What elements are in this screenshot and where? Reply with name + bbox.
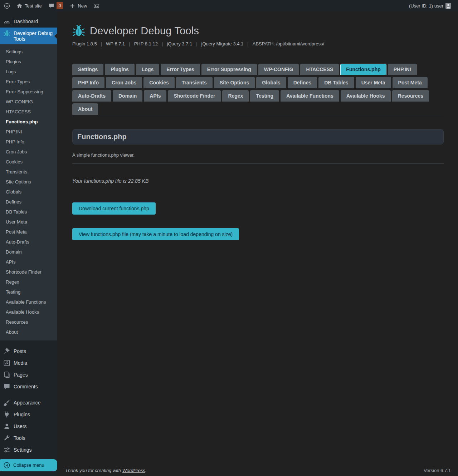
tab-db-tables[interactable]: DB Tables bbox=[318, 77, 354, 88]
sidebar-item-plugins[interactable]: Plugins bbox=[0, 409, 57, 421]
sidebar-subitem-apis[interactable]: APIs bbox=[0, 257, 57, 267]
sidebar-subitem-defines[interactable]: Defines bbox=[0, 197, 57, 207]
account-menu[interactable]: (User ID: 1) user bbox=[406, 0, 454, 11]
sidebar-subitem-db-tables[interactable]: DB Tables bbox=[0, 207, 57, 217]
footer-version: Version 6.7.1 bbox=[424, 468, 451, 473]
tab-functions-php[interactable]: Functions.php bbox=[340, 64, 386, 75]
collapse-arrow-icon bbox=[3, 462, 10, 469]
tab-settings[interactable]: Settings bbox=[72, 64, 103, 75]
sidebar-subitem-globals[interactable]: Globals bbox=[0, 187, 57, 197]
sidebar-item-settings[interactable]: Settings bbox=[0, 444, 57, 456]
meta-item: Plugin 1.8.5 bbox=[72, 41, 97, 46]
sidebar-subitem-post-meta[interactable]: Post Meta bbox=[0, 227, 57, 237]
tab-resources[interactable]: Resources bbox=[392, 90, 429, 102]
footer: Thank you for creating with WordPress. V… bbox=[57, 468, 458, 473]
menu-separator bbox=[0, 340, 57, 345]
sidebar-item-label: Settings bbox=[14, 447, 32, 453]
comments-icon bbox=[3, 383, 10, 390]
sidebar-item-developer-debug-tools[interactable]: Developer Debug Tools bbox=[0, 28, 57, 44]
sidebar-subitem-regex[interactable]: Regex bbox=[0, 277, 57, 287]
sidebar-subitem-site-options[interactable]: Site Options bbox=[0, 177, 57, 187]
tab-available-hooks[interactable]: Available Hooks bbox=[341, 90, 391, 102]
sidebar-subitem-php-ini[interactable]: PHP.INI bbox=[0, 127, 57, 137]
meta-item: jQuery 3.7.1 bbox=[167, 41, 192, 46]
tab-php-ini[interactable]: PHP.INI bbox=[388, 64, 417, 75]
tab-php-info[interactable]: PHP Info bbox=[72, 77, 104, 88]
tab-user-meta[interactable]: User Meta bbox=[356, 77, 391, 88]
site-name-link[interactable]: Test site bbox=[13, 0, 45, 11]
tab-apis[interactable]: APIs bbox=[144, 90, 166, 102]
collapse-menu-button[interactable]: Collapse menu bbox=[0, 459, 57, 471]
sidebar-item-dashboard[interactable]: Dashboard bbox=[0, 16, 57, 28]
sidebar-subitem-wp-config[interactable]: WP-CONFIG bbox=[0, 97, 57, 107]
tab-domain[interactable]: Domain bbox=[113, 90, 142, 102]
sidebar-subitem-available-functions[interactable]: Available Functions bbox=[0, 297, 57, 307]
new-content-button[interactable]: New bbox=[66, 0, 90, 11]
sidebar-subitem-plugins[interactable]: Plugins bbox=[0, 57, 57, 67]
view-functions-button[interactable]: View functions.php file (may take a minu… bbox=[72, 228, 239, 240]
tab-transients[interactable]: Transients bbox=[176, 77, 213, 88]
sidebar-subitem-error-types[interactable]: Error Types bbox=[0, 77, 57, 87]
sidebar-item-comments[interactable]: Comments bbox=[0, 381, 57, 393]
sidebar-subitem-logs[interactable]: Logs bbox=[0, 67, 57, 77]
sidebar-item-label: Dashboard bbox=[14, 18, 38, 24]
sidebar-item-tools[interactable]: Tools bbox=[0, 432, 57, 444]
sidebar-item-posts[interactable]: Posts bbox=[0, 345, 57, 357]
tab-available-functions[interactable]: Available Functions bbox=[281, 90, 339, 102]
tab-post-meta[interactable]: Post Meta bbox=[393, 77, 428, 88]
comment-count-badge: 0 bbox=[57, 2, 63, 9]
bug-icon bbox=[72, 24, 85, 37]
tab-error-types[interactable]: Error Types bbox=[161, 64, 200, 75]
sidebar-subitem-about[interactable]: About bbox=[0, 327, 57, 337]
sidebar-subitem-available-hooks[interactable]: Available Hooks bbox=[0, 307, 57, 317]
tab-cron-jobs[interactable]: Cron Jobs bbox=[106, 77, 142, 88]
tab-site-options[interactable]: Site Options bbox=[214, 77, 255, 88]
sidebar-item-appearance[interactable]: Appearance bbox=[0, 397, 57, 409]
media-shortcut-button[interactable] bbox=[90, 0, 103, 11]
dashboard-icon bbox=[3, 18, 10, 25]
sidebar-subitem-transients[interactable]: Transients bbox=[0, 167, 57, 177]
tab-testing[interactable]: Testing bbox=[250, 90, 279, 102]
sidebar-subitem-php-info[interactable]: PHP Info bbox=[0, 137, 57, 147]
sidebar-item-media[interactable]: Media bbox=[0, 357, 57, 369]
sidebar-subitem-user-meta[interactable]: User Meta bbox=[0, 217, 57, 227]
tab-logs[interactable]: Logs bbox=[136, 64, 159, 75]
sidebar-subitem-settings[interactable]: Settings bbox=[0, 47, 57, 57]
tab-about[interactable]: About bbox=[72, 103, 98, 115]
tab-error-suppressing[interactable]: Error Suppressing bbox=[201, 64, 257, 75]
home-icon bbox=[16, 3, 23, 9]
download-functions-button[interactable]: Download current functions.php bbox=[72, 202, 156, 215]
sidebar-subitem-htaccess[interactable]: HTACCESS bbox=[0, 107, 57, 117]
tab-cookies[interactable]: Cookies bbox=[143, 77, 174, 88]
tab-shortcode-finder[interactable]: Shortcode Finder bbox=[168, 90, 221, 102]
sidebar-subitem-resources[interactable]: Resources bbox=[0, 317, 57, 327]
wordpress-link[interactable]: WordPress bbox=[122, 468, 145, 473]
sidebar-subitem-domain[interactable]: Domain bbox=[0, 247, 57, 257]
credit-period: . bbox=[145, 468, 147, 473]
sidebar-item-pages[interactable]: Pages bbox=[0, 369, 57, 381]
sidebar-subitem-error-suppressing[interactable]: Error Suppressing bbox=[0, 87, 57, 97]
image-icon bbox=[93, 3, 99, 9]
comments-link[interactable]: 0 bbox=[45, 0, 67, 11]
tab-regex[interactable]: Regex bbox=[222, 90, 249, 102]
collapse-label: Collapse menu bbox=[13, 462, 44, 469]
tab-htaccess[interactable]: HTACCESS bbox=[300, 64, 339, 75]
tab-plugins[interactable]: Plugins bbox=[105, 64, 135, 75]
sidebar-subitem-testing[interactable]: Testing bbox=[0, 287, 57, 297]
tab-globals[interactable]: Globals bbox=[256, 77, 286, 88]
sidebar-item-users[interactable]: Users bbox=[0, 421, 57, 432]
meta-item: PHP 8.1.12 bbox=[134, 41, 158, 46]
tab-wp-config[interactable]: WP-CONFIG bbox=[258, 64, 299, 75]
sidebar-subitem-shortcode-finder[interactable]: Shortcode Finder bbox=[0, 267, 57, 277]
wordpress-logo-button[interactable]: W bbox=[1, 0, 13, 11]
sidebar-subitem-cookies[interactable]: Cookies bbox=[0, 157, 57, 167]
sidebar-subitem-auto-drafts[interactable]: Auto-Drafts bbox=[0, 237, 57, 247]
admin-bar-right: (User ID: 1) user bbox=[406, 0, 454, 11]
current-menu-arrow bbox=[52, 33, 57, 39]
tab-defines[interactable]: Defines bbox=[288, 77, 317, 88]
sidebar-subitem-cron-jobs[interactable]: Cron Jobs bbox=[0, 147, 57, 157]
sidebar-item-label: Tools bbox=[14, 435, 25, 441]
tab-auto-drafts[interactable]: Auto-Drafts bbox=[72, 90, 111, 102]
sidebar-subitem-functions-php[interactable]: Functions.php bbox=[0, 117, 57, 127]
admin-bar-left: W Test site 0 New bbox=[1, 0, 103, 11]
